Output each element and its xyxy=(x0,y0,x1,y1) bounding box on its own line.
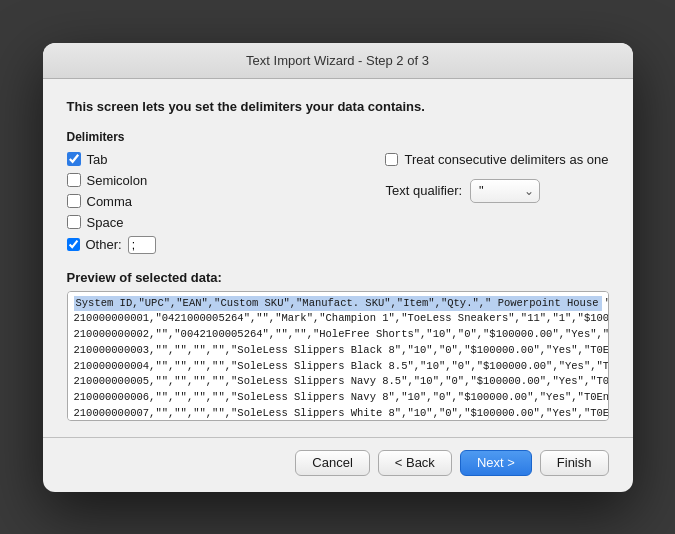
comma-checkbox-row: Comma xyxy=(67,194,207,209)
space-label[interactable]: Space xyxy=(87,215,124,230)
text-qualifier-select[interactable]: " ' {none} xyxy=(470,179,540,203)
delimiters-row: Tab Semicolon Comma Space Other: xyxy=(67,152,609,254)
other-checkbox-row: Other: xyxy=(67,236,207,254)
preview-row-1: 210000000001,"0421000005264","","Mark","… xyxy=(74,311,602,327)
button-bar: Cancel < Back Next > Finish xyxy=(43,438,633,492)
dialog-content: This screen lets you set the delimiters … xyxy=(43,79,633,437)
dialog-window: Text Import Wizard - Step 2 of 3 This sc… xyxy=(43,43,633,492)
treat-consecutive-row: Treat consecutive delimiters as one xyxy=(385,152,608,167)
delimiters-section-label: Delimiters xyxy=(67,130,609,144)
cancel-button[interactable]: Cancel xyxy=(295,450,369,476)
treat-consecutive-checkbox[interactable] xyxy=(385,153,398,166)
treat-consecutive-label[interactable]: Treat consecutive delimiters as one xyxy=(404,152,608,167)
preview-box[interactable]: System ID,"UPC","EAN","Custom SKU","Manu… xyxy=(67,291,609,421)
other-label[interactable]: Other: xyxy=(86,237,122,252)
semicolon-label[interactable]: Semicolon xyxy=(87,173,148,188)
preview-row-3: 210000000003,"","","","","SoleLess Slipp… xyxy=(74,343,602,359)
delimiters-column: Tab Semicolon Comma Space Other: xyxy=(67,152,207,254)
preview-row-6: 210000000006,"","","","","SoleLess Slipp… xyxy=(74,390,602,406)
description-text: This screen lets you set the delimiters … xyxy=(67,99,609,114)
comma-checkbox[interactable] xyxy=(67,194,81,208)
dialog-titlebar: Text Import Wizard - Step 2 of 3 xyxy=(43,43,633,79)
preview-label: Preview of selected data: xyxy=(67,270,609,285)
tab-checkbox-row: Tab xyxy=(67,152,207,167)
qualifier-select-wrapper: " ' {none} xyxy=(470,179,540,203)
preview-row-4: 210000000004,"","","","","SoleLess Slipp… xyxy=(74,359,602,375)
back-button[interactable]: < Back xyxy=(378,450,452,476)
semicolon-checkbox[interactable] xyxy=(67,173,81,187)
other-checkbox[interactable] xyxy=(67,238,80,251)
tab-checkbox[interactable] xyxy=(67,152,81,166)
preview-row-5: 210000000005,"","","","","SoleLess Slipp… xyxy=(74,374,602,390)
finish-button[interactable]: Finish xyxy=(540,450,609,476)
text-qualifier-row: Text qualifier: " ' {none} xyxy=(385,179,608,203)
space-checkbox-row: Space xyxy=(67,215,207,230)
semicolon-checkbox-row: Semicolon xyxy=(67,173,207,188)
preview-row-7: 210000000007,"","","","","SoleLess Slipp… xyxy=(74,406,602,421)
tab-label[interactable]: Tab xyxy=(87,152,108,167)
space-checkbox[interactable] xyxy=(67,215,81,229)
other-input[interactable] xyxy=(128,236,156,254)
preview-section: Preview of selected data: System ID,"UPC… xyxy=(67,270,609,421)
preview-row-0: System ID,"UPC","EAN","Custom SKU","Manu… xyxy=(74,296,602,312)
comma-label[interactable]: Comma xyxy=(87,194,133,209)
next-button[interactable]: Next > xyxy=(460,450,532,476)
delimiters-right-options: Treat consecutive delimiters as one Text… xyxy=(385,152,608,254)
text-qualifier-label: Text qualifier: xyxy=(385,183,462,198)
dialog-title: Text Import Wizard - Step 2 of 3 xyxy=(246,53,429,68)
preview-row-2: 210000000002,"","0042100005264","","","H… xyxy=(74,327,602,343)
